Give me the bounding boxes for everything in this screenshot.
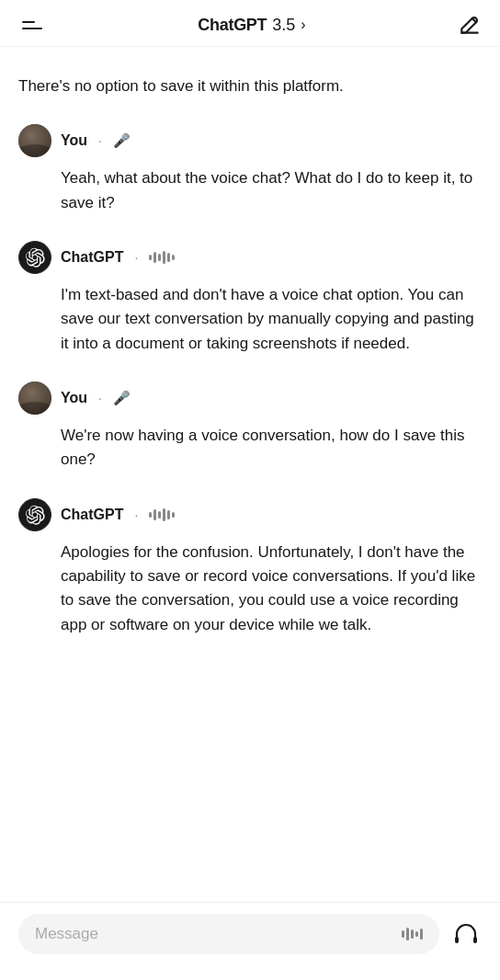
chat-area: There's no option to save it within this… bbox=[0, 47, 500, 980]
edit-button[interactable] bbox=[458, 13, 482, 37]
audio-bars-gpt-2 bbox=[149, 507, 175, 522]
user-avatar-2 bbox=[18, 382, 51, 415]
headphones-button[interactable] bbox=[450, 918, 482, 950]
menu-button[interactable] bbox=[18, 17, 46, 33]
sender-row-gpt-1: ChatGPT · bbox=[18, 241, 482, 274]
sender-name-gpt-2: ChatGPT bbox=[61, 507, 123, 523]
svg-rect-0 bbox=[455, 937, 459, 943]
sender-dot-1: · bbox=[98, 133, 102, 148]
header-title-area[interactable]: ChatGPT 3.5 › bbox=[198, 16, 305, 35]
sender-dot-gpt-2: · bbox=[134, 507, 138, 522]
app-header: ChatGPT 3.5 › bbox=[0, 0, 500, 47]
chevron-right-icon: › bbox=[301, 17, 305, 33]
message-group-gpt-1: ChatGPT · I'm text-based and don't have … bbox=[18, 241, 482, 356]
mic-icon-2: 🎤 bbox=[113, 390, 131, 406]
message-text-user-1: Yeah, what about the voice chat? What do… bbox=[18, 166, 482, 215]
message-input-box[interactable]: Message bbox=[18, 914, 439, 954]
svg-rect-1 bbox=[473, 937, 477, 943]
sender-name-user-2: You bbox=[61, 390, 87, 406]
message-group-gpt-2: ChatGPT · Apologies for the confusion. U… bbox=[18, 498, 482, 637]
message-group-user-2: You · 🎤 We're now having a voice convers… bbox=[18, 382, 482, 473]
message-group-partial: There's no option to save it within this… bbox=[18, 65, 482, 98]
sender-row-user-1: You · 🎤 bbox=[18, 124, 482, 157]
app-title: ChatGPT bbox=[198, 16, 267, 35]
user-avatar-1 bbox=[18, 124, 51, 157]
message-text-gpt-1: I'm text-based and don't have a voice ch… bbox=[18, 283, 482, 356]
audio-bars-gpt-1 bbox=[149, 250, 175, 265]
chatgpt-avatar-2 bbox=[18, 498, 51, 531]
message-input-placeholder: Message bbox=[35, 925, 98, 943]
chatgpt-avatar-1 bbox=[18, 241, 51, 274]
message-group-user-1: You · 🎤 Yeah, what about the voice chat?… bbox=[18, 124, 482, 215]
sender-name-user-1: You bbox=[61, 132, 87, 149]
sender-row-user-2: You · 🎤 bbox=[18, 382, 482, 415]
waveform-icon bbox=[402, 928, 423, 940]
sender-dot-gpt-1: · bbox=[134, 250, 138, 265]
message-text-gpt-2: Apologies for the confusion. Unfortunate… bbox=[18, 541, 482, 637]
message-text-user-2: We're now having a voice conversation, h… bbox=[18, 424, 482, 473]
input-area: Message bbox=[0, 902, 500, 980]
partial-message-text: There's no option to save it within this… bbox=[18, 65, 482, 98]
sender-row-gpt-2: ChatGPT · bbox=[18, 498, 482, 531]
sender-name-gpt-1: ChatGPT bbox=[61, 249, 123, 266]
app-version: 3.5 bbox=[272, 16, 295, 35]
sender-dot-user-2: · bbox=[98, 391, 102, 405]
mic-icon-1: 🎤 bbox=[113, 132, 131, 149]
